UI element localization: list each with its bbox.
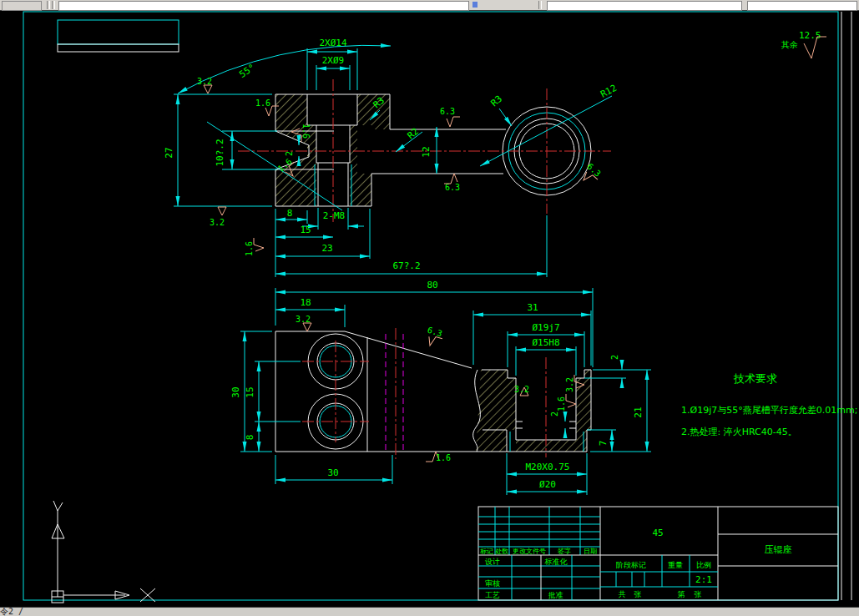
sig-label: 审核	[485, 579, 500, 588]
drawing-canvas[interactable]: 其余 12.5	[0, 10, 859, 608]
ucs-icon	[52, 501, 155, 603]
sig-label: 工艺	[485, 591, 500, 599]
roughness-value: 6.3	[427, 326, 443, 339]
technical-requirements: 技术要求 1.Ø19j7与55°燕尾槽平行度允差0.01mm; 2.热处理: 淬…	[681, 372, 857, 437]
dim-slot: 10?.2	[215, 139, 225, 166]
dim-15: 15	[300, 225, 311, 235]
front-section-view: 2XØ14 2XØ9 55° 27 10?.2 2 12	[164, 38, 619, 277]
roughness-value: 1.6	[436, 453, 451, 462]
dim-h8: 8	[245, 435, 255, 441]
dim-27: 27	[164, 147, 174, 158]
title-block: 标记 处数 更改文件号 签字 日期 设计 标准化 审核 工艺 批准 45	[478, 507, 838, 600]
toolbar-separator	[47, 1, 50, 9]
dim-67: 67?.2	[392, 260, 420, 271]
tech-req-line1: 1.Ø19j7与55°燕尾槽平行度允差0.01mm;	[681, 405, 857, 416]
weight-label: 重量	[668, 561, 683, 569]
dimensions: 2XØ14 2XØ9 55° 27 10?.2 2 12	[164, 38, 619, 277]
dim-8: 8	[287, 208, 293, 219]
roughness-value: 3.2	[565, 377, 574, 392]
roughness-value: 3.2	[210, 218, 225, 227]
toolbar-separator	[52, 1, 55, 9]
dim-31: 31	[527, 302, 538, 313]
top-plan-view: 80 18 31 Ø19j7 Ø15H8 30 15	[230, 280, 651, 495]
rev-label: 标记	[480, 548, 493, 555]
sheet-frame	[23, 12, 851, 600]
roughness-value: 6.3	[585, 162, 603, 179]
roughness-value: 3.2	[197, 77, 212, 86]
part-name: 压辊座	[765, 544, 792, 555]
dim-holes: 2XØ9	[322, 55, 345, 66]
general-roughness-note: 其余 12.5	[781, 30, 826, 58]
sheet-label: 张	[695, 590, 702, 598]
dim-2: 2	[610, 355, 619, 360]
dim-thread-m8: 2-M8	[323, 210, 346, 221]
dim-7: 7	[598, 441, 609, 447]
rev-label: 签字	[558, 548, 571, 555]
dim-18: 18	[300, 297, 311, 308]
stage-labels: 阶段标记 重量 比例 2:1 共 张 第 张	[616, 561, 712, 598]
sig-label: 设计	[485, 558, 500, 566]
stage-label: 阶段标记	[616, 561, 646, 569]
scale-label: 比例	[696, 561, 711, 569]
roughness-value: 3.2	[296, 315, 311, 324]
command-line[interactable]: 令2 /	[0, 607, 859, 616]
tech-req-title: 技术要求	[733, 372, 777, 385]
sig-label: 标准化	[544, 558, 568, 566]
dim-m20: M20X0.75	[526, 462, 570, 472]
dim-d20: Ø20	[539, 479, 556, 490]
roughness-value: 1.6	[255, 98, 270, 108]
dim-w30: 30	[327, 467, 338, 478]
roughness-value: 6.3	[440, 107, 455, 116]
dim-21: 21	[633, 406, 644, 417]
hatch-areas	[275, 94, 390, 206]
dim-2: 2	[285, 151, 294, 156]
roughness-marks: 3.2 3.2 1.6 1.6 1.6 1.6 6.3 6.3 6.3	[197, 77, 604, 256]
sheet-label: 张	[634, 590, 642, 598]
revision-labels: 标记 处数 更改文件号 签字 日期	[480, 548, 597, 555]
roughness-value: 6.3	[445, 183, 460, 192]
rev-label: 处数	[495, 548, 508, 555]
roughness-value: 1.6	[557, 396, 566, 412]
sig-label: 批准	[548, 591, 563, 599]
roughness-value: 3.2	[514, 385, 529, 394]
rev-label: 更改文件号	[513, 548, 546, 555]
cad-window: 其余 12.5	[0, 0, 859, 616]
dim-arm-12: 12	[421, 146, 432, 157]
rest-label: 其余	[781, 40, 798, 49]
rev-label: 日期	[584, 548, 597, 555]
roughness-value: 1.6	[245, 241, 254, 256]
rest-roughness-value: 12.5	[799, 30, 821, 41]
scale-value: 2:1	[695, 574, 712, 585]
dim-angle: 55°	[237, 62, 257, 80]
sheet-label: 第	[678, 590, 685, 598]
dim-bore15: Ø15H8	[532, 337, 559, 348]
tech-req-line2: 2.热处理: 淬火HRC40-45。	[681, 427, 797, 437]
toolbar-icon[interactable]	[472, 2, 478, 8]
part-outline	[275, 94, 591, 206]
dim-h30: 30	[230, 386, 241, 397]
dim-23: 23	[321, 243, 332, 254]
sheet-label: 共	[619, 590, 626, 598]
dim-80: 80	[427, 280, 437, 290]
toolbar-separator	[538, 1, 542, 9]
material: 45	[652, 528, 663, 538]
dim-h15: 15	[245, 386, 255, 397]
roughness-value: 1.6	[301, 124, 311, 139]
command-text: 令2 /	[0, 607, 23, 616]
signature-labels: 设计 标准化 审核 工艺 批准	[485, 558, 568, 599]
dim-r3b: R3	[489, 93, 505, 109]
dim-bore19: Ø19j7	[532, 322, 559, 333]
